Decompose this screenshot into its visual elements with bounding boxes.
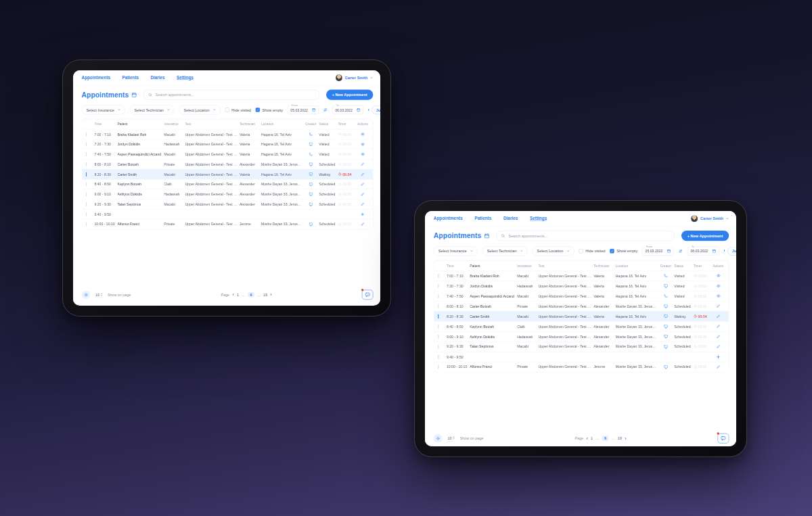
gear-icon[interactable] xyxy=(82,291,91,300)
edit-icon[interactable] xyxy=(361,222,365,227)
date-to-input[interactable] xyxy=(335,108,355,112)
calendar-icon[interactable] xyxy=(312,108,315,112)
row-checkbox[interactable] xyxy=(86,133,87,137)
swap-icon[interactable] xyxy=(679,249,683,253)
date-to-field[interactable]: To xyxy=(687,247,719,256)
current-date-pill[interactable]: June 1, 2022 xyxy=(371,105,380,114)
pagination-next-icon[interactable]: › xyxy=(625,436,626,440)
row-checkbox[interactable] xyxy=(86,183,87,187)
row-checkbox[interactable] xyxy=(438,284,438,288)
current-date-pill[interactable]: June 1, 2022 xyxy=(727,247,736,256)
calendar-icon[interactable] xyxy=(713,250,716,253)
user-menu[interactable]: Carter Smith xyxy=(336,74,374,82)
date-to-input[interactable] xyxy=(690,249,710,253)
page-size-select[interactable]: 10 ▲▼ xyxy=(446,436,455,441)
date-from-field[interactable]: From xyxy=(288,105,319,114)
edit-icon[interactable] xyxy=(361,202,365,206)
date-from-input[interactable] xyxy=(290,108,310,112)
chat-bubble-icon[interactable] xyxy=(362,290,373,300)
table-row[interactable]: 7:00 - 7:10Braha Kladani RohMacabiUpper … xyxy=(434,271,728,281)
nav-item-appointments[interactable]: Appointments xyxy=(82,75,110,80)
nav-item-patients[interactable]: Patients xyxy=(122,75,139,80)
edit-icon[interactable] xyxy=(361,172,365,177)
hide-visited-checkbox[interactable]: Hide visited xyxy=(225,108,251,112)
pagination-prev-icon[interactable]: ‹ xyxy=(232,292,233,297)
table-row[interactable]: 7:00 - 7:10Braha Kladani RohMacabiUpper … xyxy=(82,129,373,139)
pagination-last-page[interactable]: 19 xyxy=(263,293,267,297)
nav-item-diaries[interactable]: Diaries xyxy=(503,216,518,220)
pagination-current-page[interactable]: 6 xyxy=(248,292,254,298)
location-select[interactable]: Select Location xyxy=(179,105,221,114)
table-row[interactable]: 8:00 - 8:10Carter BotoshPrivateUpper Abd… xyxy=(434,301,728,311)
calendar-icon[interactable] xyxy=(357,108,360,112)
calendar-icon[interactable] xyxy=(131,92,137,97)
pagination-last-page[interactable]: 19 xyxy=(618,436,622,440)
chat-bubble-icon[interactable] xyxy=(718,433,729,444)
page-size-select[interactable]: 10 ▲▼ xyxy=(94,292,104,298)
new-appointment-button[interactable]: + New Appointment xyxy=(326,90,373,100)
search-bar[interactable] xyxy=(143,90,320,100)
hide-visited-checkbox[interactable]: Hide visited xyxy=(579,249,605,253)
calendar-icon[interactable] xyxy=(667,250,671,253)
eye-icon[interactable] xyxy=(716,284,720,288)
row-checkbox[interactable] xyxy=(438,274,438,278)
table-row[interactable]: 8:20 - 8:30Carter SmithMacabiUpper Abdom… xyxy=(82,169,373,179)
row-checkbox[interactable] xyxy=(438,304,438,308)
row-checkbox[interactable] xyxy=(86,162,87,166)
eye-icon[interactable] xyxy=(361,152,365,156)
chevron-left-icon[interactable]: ‹ xyxy=(724,249,725,254)
edit-icon[interactable] xyxy=(717,335,721,339)
row-checkbox[interactable] xyxy=(86,212,87,216)
table-row[interactable]: 8:40 - 8:50Kaylynn BotoshClalitUpper Abd… xyxy=(434,321,728,331)
table-row[interactable]: 8:40 - 8:50Kaylynn BotoshClalitUpper Abd… xyxy=(82,179,373,189)
pagination-next-icon[interactable]: › xyxy=(270,292,271,297)
edit-icon[interactable] xyxy=(361,192,365,196)
edit-icon[interactable] xyxy=(717,314,721,319)
pagination-prev-icon[interactable]: ‹ xyxy=(587,436,588,440)
calendar-icon[interactable] xyxy=(484,233,489,239)
eye-icon[interactable] xyxy=(361,142,365,146)
table-row[interactable]: 8:00 - 8:10Carter BotoshPrivateUpper Abd… xyxy=(82,159,373,169)
insurance-select[interactable]: Select Insurance xyxy=(434,246,478,256)
technician-select[interactable]: Select Technician xyxy=(130,105,175,114)
search-bar[interactable] xyxy=(496,231,675,241)
date-from-input[interactable] xyxy=(646,249,665,253)
table-row[interactable]: 9:00 - 9:10Ashlynn DokidisHadassahUpper … xyxy=(434,331,728,342)
table-row[interactable]: 9:20 - 9:30Talan SeptimusMacabiUpper Abd… xyxy=(82,199,373,209)
nav-item-appointments[interactable]: Appointments xyxy=(434,216,463,220)
technician-select[interactable]: Select Technician xyxy=(482,246,528,256)
show-empty-checkbox[interactable]: Show empty xyxy=(256,108,283,112)
table-row[interactable]: 10:00 - 10:10Alfonso FranciPrivateUpper … xyxy=(82,219,373,229)
date-from-field[interactable]: From xyxy=(642,247,674,256)
row-checkbox[interactable] xyxy=(86,172,87,177)
search-input[interactable] xyxy=(156,93,315,97)
row-checkbox[interactable] xyxy=(438,355,438,359)
row-checkbox[interactable] xyxy=(438,365,438,369)
table-row[interactable]: 10:00 - 10:10Alfonso FranciPrivateUpper … xyxy=(434,362,728,372)
row-checkbox[interactable] xyxy=(86,222,87,227)
row-checkbox[interactable] xyxy=(438,335,438,339)
row-checkbox[interactable] xyxy=(438,294,438,298)
table-row[interactable]: 7:20 - 7:30Jordyn DokidisHadassahUpper A… xyxy=(434,281,728,291)
insurance-select[interactable]: Select Insurance xyxy=(82,105,125,114)
row-checkbox[interactable] xyxy=(86,192,87,196)
row-checkbox[interactable] xyxy=(438,345,438,349)
row-checkbox[interactable] xyxy=(86,142,87,146)
edit-icon[interactable] xyxy=(361,162,365,166)
location-select[interactable]: Select Location xyxy=(533,246,574,256)
nav-item-diaries[interactable]: Diaries xyxy=(150,75,164,80)
eye-icon[interactable] xyxy=(361,132,365,136)
swap-icon[interactable] xyxy=(323,108,328,112)
search-input[interactable] xyxy=(508,234,669,238)
row-checkbox[interactable] xyxy=(86,152,87,156)
nav-item-patients[interactable]: Patients xyxy=(474,216,491,220)
date-to-field[interactable]: To xyxy=(332,105,363,114)
row-checkbox[interactable] xyxy=(438,325,438,329)
new-appointment-button[interactable]: + New Appointment xyxy=(681,231,729,241)
nav-item-settings[interactable]: Settings xyxy=(177,75,194,80)
table-row[interactable]: 9:00 - 9:10Ashlynn DokidisHadassahUpper … xyxy=(82,189,373,200)
table-row[interactable]: 7:20 - 7:30Jordyn DokidisHadassahUpper A… xyxy=(82,139,373,149)
table-row[interactable]: 9:40 - 9:50 xyxy=(82,209,373,219)
table-row[interactable]: 7:40 - 7:50Aspen Passaquindici ArcandMac… xyxy=(82,149,373,159)
eye-icon[interactable] xyxy=(716,294,720,298)
